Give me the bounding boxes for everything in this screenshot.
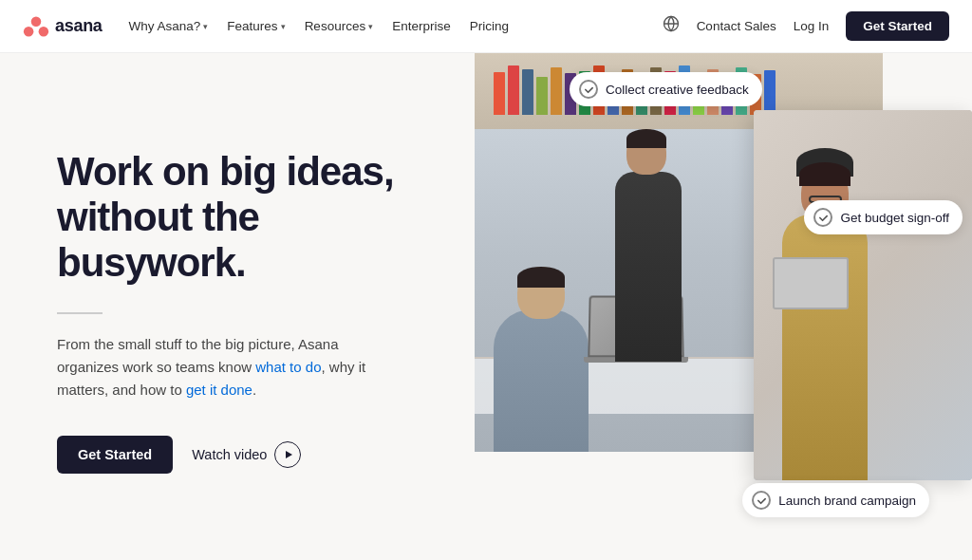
nav-get-started-button[interactable]: Get Started — [846, 11, 949, 41]
chevron-down-icon: ▾ — [203, 22, 208, 31]
login-link[interactable]: Log In — [794, 19, 830, 33]
what-to-do-link[interactable]: what to do — [255, 359, 321, 375]
play-triangle-icon — [286, 451, 292, 458]
book — [494, 72, 505, 115]
hero-actions: Get Started Watch video — [57, 436, 427, 474]
photo-secondary — [754, 110, 972, 480]
person2-laptop — [773, 257, 849, 309]
svg-point-2 — [39, 27, 49, 37]
nav-item-why-asana[interactable]: Why Asana? ▾ — [129, 19, 209, 33]
asana-logo-icon — [23, 13, 49, 40]
logo-link[interactable]: asana — [23, 13, 103, 40]
task-badge-collect: Collect creative feedback — [570, 72, 762, 106]
check-svg-launch — [757, 495, 767, 506]
check-svg — [584, 84, 594, 95]
person-standing-body — [615, 172, 682, 362]
svg-point-1 — [24, 27, 34, 37]
nav-item-pricing[interactable]: Pricing — [470, 19, 509, 33]
book — [522, 69, 533, 115]
book — [551, 67, 562, 115]
book — [536, 77, 548, 115]
hair — [517, 267, 565, 288]
hero-left: Work on big ideas, without the busywork.… — [0, 53, 475, 560]
main-container: Work on big ideas, without the busywork.… — [0, 53, 972, 560]
nav-link-pricing[interactable]: Pricing — [470, 19, 509, 33]
person-seated-body — [494, 309, 589, 452]
globe-icon[interactable] — [663, 15, 680, 37]
nav-item-enterprise[interactable]: Enterprise — [392, 19, 451, 33]
hero-description: From the small stuff to the big picture,… — [57, 333, 380, 401]
navbar: asana Why Asana? ▾ Features ▾ Resources … — [0, 0, 972, 53]
person2-top-hair — [799, 162, 850, 186]
nav-item-features[interactable]: Features ▾ — [227, 19, 285, 33]
nav-link-features[interactable]: Features ▾ — [227, 19, 285, 33]
nav-right: Contact Sales Log In Get Started — [663, 11, 949, 41]
contact-sales-link[interactable]: Contact Sales — [697, 19, 776, 33]
svg-point-0 — [31, 16, 42, 27]
hero-title: Work on big ideas, without the busywork. — [57, 149, 427, 287]
check-svg-budget — [818, 213, 829, 223]
task-badge-launch: Launch brand campaign — [742, 483, 929, 517]
check-icon-collect — [579, 80, 598, 99]
nav-links: Why Asana? ▾ Features ▾ Resources ▾ Ente… — [129, 19, 509, 33]
standing-hair — [626, 129, 666, 148]
hero-right: Collect creative feedback Get budget sig… — [475, 53, 972, 560]
person-seated-head — [517, 267, 565, 319]
watch-video-button[interactable]: Watch video — [192, 441, 301, 468]
hero-get-started-button[interactable]: Get Started — [57, 436, 173, 474]
check-icon-budget — [813, 208, 832, 227]
nav-item-resources[interactable]: Resources ▾ — [305, 19, 374, 33]
task-badge-budget: Get budget sign-off — [804, 200, 963, 234]
logo-text: asana — [55, 16, 103, 36]
nav-link-why-asana[interactable]: Why Asana? ▾ — [129, 19, 209, 33]
chevron-down-icon: ▾ — [281, 22, 286, 31]
book — [508, 65, 519, 115]
play-icon — [274, 441, 301, 468]
get-it-done-link[interactable]: get it done — [186, 382, 252, 398]
nav-left: asana Why Asana? ▾ Features ▾ Resources … — [23, 13, 509, 40]
check-icon-launch — [752, 491, 771, 510]
hero-divider — [57, 312, 103, 314]
person2-body — [782, 215, 868, 480]
book — [764, 70, 776, 115]
chevron-down-icon: ▾ — [368, 22, 373, 31]
nav-link-resources[interactable]: Resources ▾ — [305, 19, 374, 33]
nav-link-enterprise[interactable]: Enterprise — [392, 19, 451, 33]
person-standing-head — [626, 129, 666, 175]
